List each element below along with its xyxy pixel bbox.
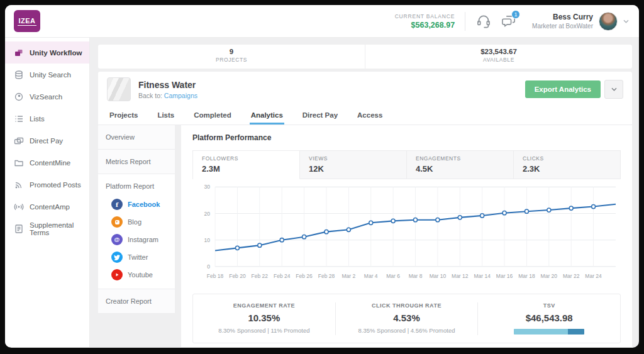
followers-line-chart: 0102030Feb 18Feb 20Feb 22Feb 24Feb 26Feb…	[192, 180, 621, 286]
stat-breakdown: 8.35% Sponsored | 4.56% Promoted	[336, 327, 478, 334]
messages-icon[interactable]: 1	[501, 13, 517, 30]
tsv-stat: TSV $46,543.98	[477, 302, 620, 335]
metric-tab-clicks[interactable]: CLICKS 2.3K	[514, 151, 620, 179]
tsv-bar-dark	[568, 329, 584, 335]
available-label: AVAILABLE	[365, 57, 632, 63]
platform-instagram[interactable]: @ Instagram	[98, 231, 175, 248]
svg-text:Mar 16: Mar 16	[496, 272, 513, 279]
subnav-metrics-report[interactable]: Metrics Report	[98, 150, 175, 174]
support-headset-icon[interactable]	[475, 13, 492, 30]
svg-text:Feb 28: Feb 28	[318, 272, 335, 279]
tab-access[interactable]: Access	[356, 106, 384, 124]
tab-lists[interactable]: Lists	[156, 106, 175, 124]
balance-value: $563,268.97	[395, 21, 455, 30]
svg-text:Mar 14: Mar 14	[474, 272, 491, 279]
unity-search-icon	[14, 70, 24, 80]
subnav-overview[interactable]: Overview	[98, 125, 175, 150]
app-window: IZEA CURRENT BALANCE $563,268.97 1 Bess …	[5, 5, 639, 348]
facebook-icon: f	[111, 199, 123, 210]
sidebar-item-unity-workflow[interactable]: Unity Workflow	[5, 41, 89, 64]
user-name: Bess Curry	[532, 13, 593, 21]
svg-text:Mar 10: Mar 10	[430, 272, 447, 279]
sidebar-item-lists[interactable]: Lists	[5, 108, 89, 130]
twitter-icon	[111, 252, 123, 263]
direct-pay-icon	[14, 136, 24, 146]
izea-logo-text: IZEA	[18, 17, 36, 26]
vizsearch-icon	[14, 92, 24, 102]
contentamp-icon	[14, 202, 24, 212]
chevron-down-icon	[611, 87, 617, 91]
click-through-rate-stat: CLICK THROUGH RATE 4.53% 8.35% Sponsored…	[335, 302, 478, 335]
projects-count: 9	[98, 48, 365, 55]
tab-projects[interactable]: Projects	[108, 106, 139, 124]
platform-label: Instagram	[128, 236, 158, 243]
svg-text:Mar 18: Mar 18	[518, 272, 535, 279]
sidebar-item-contentamp[interactable]: ContentAmp	[5, 196, 89, 218]
analytics-subnav: Overview Metrics Report Platform Report …	[98, 125, 175, 314]
svg-text:20: 20	[204, 211, 211, 217]
campaign-header: Fitness Water Back to: Campaigns Export …	[98, 72, 632, 106]
content-area: 9 PROJECTS $23,543.67 AVAILABLE Fitness …	[90, 38, 639, 347]
izea-logo[interactable]: IZEA	[14, 10, 40, 32]
stat-value: 4.53%	[336, 313, 478, 323]
sidebar-item-contentmine[interactable]: ContentMine	[5, 152, 89, 174]
platform-twitter[interactable]: Twitter	[98, 248, 175, 266]
breadcrumb: Back to: Campaigns	[138, 92, 197, 99]
sidebar-item-supplemental-terms[interactable]: Supplemental Terms	[5, 218, 89, 240]
svg-text:Mar 20: Mar 20	[541, 272, 558, 279]
platform-label: Youtube	[128, 271, 153, 279]
sidebar-item-vizsearch[interactable]: VizSearch	[5, 86, 89, 108]
user-menu[interactable]: Bess Curry Marketer at BoxWater	[532, 12, 629, 31]
svg-text:Mar 2: Mar 2	[341, 272, 355, 279]
metric-value: 2.3M	[202, 164, 291, 174]
main-sidebar: Unity Workflow Unity Search VizSearch Li…	[5, 38, 90, 347]
metric-tab-followers[interactable]: FOLLOWERS 2.3M	[193, 151, 300, 179]
platform-performance-panel: Platform Performance FOLLOWERS 2.3M VIEW…	[181, 125, 632, 347]
campaigns-link[interactable]: Campaigns	[164, 92, 197, 99]
metric-tab-engagements[interactable]: ENGAGEMENTS 4.5K	[407, 151, 514, 179]
subnav-platform-report: Platform Report f Facebook Blog @ Instag…	[98, 174, 175, 289]
user-role: Marketer at BoxWater	[532, 23, 593, 30]
instagram-icon: @	[111, 234, 123, 245]
engagement-rate-stat: ENGAGEMENT RATE 10.35% 8.30% Sponsored |…	[193, 302, 335, 335]
stat-label: ENGAGEMENT RATE	[193, 302, 335, 309]
available-amount: $23,543.67	[365, 48, 632, 55]
chevron-down-icon	[623, 19, 629, 23]
platform-facebook[interactable]: f Facebook	[98, 196, 175, 213]
tab-completed[interactable]: Completed	[192, 106, 232, 124]
export-analytics-button[interactable]: Export Analytics	[525, 80, 601, 98]
youtube-icon	[111, 269, 123, 280]
campaign-card: Fitness Water Back to: Campaigns Export …	[98, 72, 632, 125]
platform-youtube[interactable]: Youtube	[98, 266, 175, 284]
svg-text:Feb 22: Feb 22	[252, 272, 269, 279]
sidebar-item-unity-search[interactable]: Unity Search	[5, 64, 89, 86]
metric-tabs: FOLLOWERS 2.3M VIEWS 12K ENGAGEMENTS 4.5…	[192, 150, 621, 179]
platform-report-label[interactable]: Platform Report	[98, 182, 175, 196]
metric-tab-views[interactable]: VIEWS 12K	[300, 151, 407, 179]
campaign-thumbnail	[107, 77, 131, 101]
projects-summary: 9 PROJECTS	[98, 45, 365, 69]
svg-text:Feb 24: Feb 24	[274, 272, 291, 279]
svg-text:Mar 22: Mar 22	[563, 272, 580, 279]
contentmine-icon	[14, 158, 24, 168]
stat-label: CLICK THROUGH RATE	[336, 302, 478, 309]
sidebar-item-label: VizSearch	[30, 93, 62, 101]
back-to-label: Back to:	[138, 92, 162, 99]
sidebar-item-label: Unity Search	[30, 71, 71, 79]
platform-label: Facebook	[128, 201, 160, 208]
sidebar-item-direct-pay[interactable]: Direct Pay	[5, 130, 89, 152]
user-avatar[interactable]	[599, 12, 618, 31]
subnav-creator-report[interactable]: Creator Report	[98, 289, 175, 314]
notification-badge: 1	[511, 10, 520, 19]
tab-direct-pay[interactable]: Direct Pay	[301, 106, 339, 124]
stat-value: 10.35%	[193, 313, 335, 323]
tsv-bar-light	[514, 329, 568, 335]
user-names: Bess Curry Marketer at BoxWater	[532, 13, 593, 30]
platform-blog[interactable]: Blog	[98, 213, 175, 231]
tab-analytics[interactable]: Analytics	[250, 106, 284, 124]
export-dropdown-button[interactable]	[604, 80, 623, 99]
sidebar-item-promoted-posts[interactable]: Promoted Posts	[5, 174, 89, 196]
svg-text:Mar 8: Mar 8	[409, 272, 423, 279]
tsv-progress-bar	[514, 329, 584, 335]
svg-text:Feb 26: Feb 26	[296, 272, 313, 279]
